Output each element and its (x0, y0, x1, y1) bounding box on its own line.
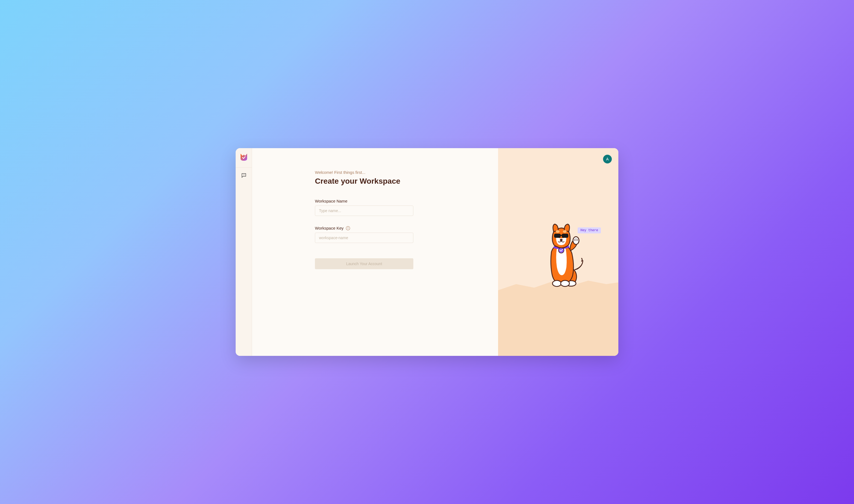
info-icon[interactable] (346, 226, 350, 230)
svg-text:?: ? (243, 174, 244, 176)
workspace-key-input[interactable] (315, 233, 413, 243)
svg-rect-16 (562, 234, 568, 238)
svg-point-18 (560, 239, 563, 241)
sidebar: ? (236, 148, 252, 356)
svg-rect-15 (554, 234, 561, 238)
svg-point-12 (558, 248, 564, 253)
form-section: Welcome! First things first... Create yo… (252, 148, 498, 356)
svg-point-13 (556, 230, 559, 233)
app-window: ? Welcome! First things first... Create … (236, 148, 618, 356)
main-content: Welcome! First things first... Create yo… (252, 148, 618, 356)
help-chat-icon[interactable]: ? (242, 173, 246, 178)
mascot-container: Hey there (498, 148, 618, 356)
page-title: Create your Workspace (315, 177, 498, 185)
workspace-key-group: Workspace Key (315, 226, 498, 243)
workspace-name-label: Workspace Name (315, 199, 348, 203)
launch-account-button[interactable]: Launch Your Account (315, 258, 413, 269)
dog-mascot-icon (532, 222, 587, 290)
illustration-panel: A Hey there (498, 148, 618, 356)
svg-point-7 (561, 281, 569, 286)
workspace-key-label: Workspace Key (315, 226, 344, 230)
workspace-name-input[interactable] (315, 205, 413, 216)
svg-point-14 (563, 230, 567, 233)
app-logo-icon[interactable] (239, 152, 249, 162)
page-subtitle: Welcome! First things first... (315, 170, 498, 175)
svg-rect-17 (560, 235, 562, 236)
workspace-name-group: Workspace Name (315, 199, 498, 216)
svg-point-6 (552, 281, 561, 286)
